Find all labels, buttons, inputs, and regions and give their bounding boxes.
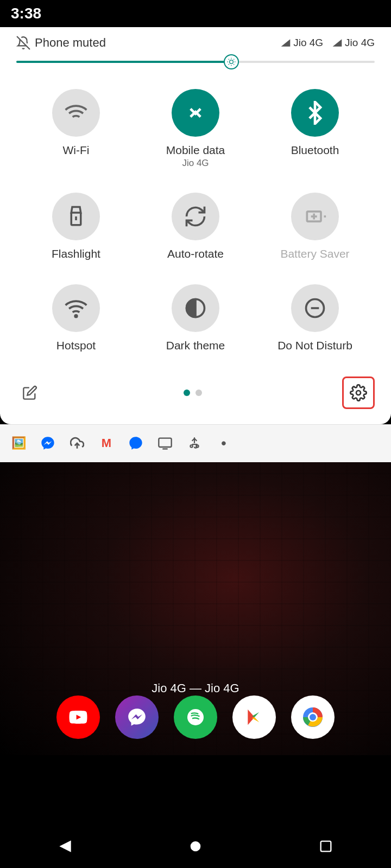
chrome-icon	[302, 706, 324, 728]
tile-wifi[interactable]: Wi-Fi	[16, 78, 136, 182]
youtube-icon	[68, 707, 88, 727]
svg-line-11	[234, 59, 234, 60]
notif-icon-fbmessenger[interactable]	[126, 433, 146, 453]
status-time: 3:38	[11, 5, 41, 22]
notif-dot: •	[214, 433, 234, 453]
mobile-data-label: Mobile data	[166, 143, 225, 157]
recents-button[interactable]	[310, 830, 342, 863]
tile-mobile-data[interactable]: Mobile data Jio 4G	[136, 78, 255, 182]
auto-rotate-icon-circle	[172, 193, 219, 240]
svg-marker-1	[281, 39, 291, 46]
do-not-disturb-label: Do Not Disturb	[278, 339, 352, 352]
bluetooth-icon	[303, 101, 327, 125]
screen-icon	[157, 436, 173, 451]
phone-muted-label: Phone muted	[35, 36, 106, 50]
mobile-data-icon-circle	[172, 89, 219, 137]
notif-icon-usb[interactable]	[185, 433, 204, 453]
brightness-slider[interactable]	[16, 61, 375, 63]
mobile-data-icon	[184, 101, 207, 125]
flashlight-label: Flashlight	[52, 247, 100, 260]
app-chrome[interactable]	[291, 695, 335, 739]
svg-point-26	[190, 445, 192, 447]
dark-theme-icon-circle	[172, 284, 219, 332]
bluetooth-label: Bluetooth	[291, 143, 339, 157]
signal-1: Jio 4G	[280, 37, 323, 49]
edit-button[interactable]	[16, 379, 43, 406]
flashlight-icon-circle	[52, 193, 100, 240]
brightness-thumb[interactable]	[224, 54, 239, 69]
usb-icon	[187, 436, 201, 450]
brightness-slider-row[interactable]	[16, 61, 375, 63]
signal1-icon	[280, 37, 291, 48]
back-button[interactable]	[49, 830, 81, 863]
wifi-icon-circle	[52, 89, 100, 137]
settings-button[interactable]	[342, 376, 375, 409]
signal2-label: Jio 4G	[345, 37, 375, 49]
svg-point-27	[196, 445, 198, 447]
svg-point-3	[230, 60, 234, 64]
do-not-disturb-icon	[303, 296, 327, 320]
notif-icon-upload[interactable]	[67, 433, 87, 453]
tile-dark-theme[interactable]: Dark theme	[136, 273, 255, 365]
svg-point-18	[75, 315, 77, 317]
notif-icon-messenger[interactable]	[38, 433, 58, 453]
flashlight-icon	[65, 205, 87, 228]
app-spotify[interactable]	[174, 695, 217, 739]
dark-theme-label: Dark theme	[166, 339, 225, 352]
app-play[interactable]	[232, 695, 276, 739]
navigation-bar	[0, 825, 391, 868]
svg-line-7	[234, 64, 234, 65]
tile-do-not-disturb[interactable]: Do Not Disturb	[255, 273, 375, 365]
svg-marker-33	[59, 840, 71, 852]
svg-line-6	[229, 59, 229, 60]
notification-bar: 🖼️ M •	[0, 424, 391, 462]
edit-icon	[22, 385, 37, 400]
tile-battery-saver[interactable]: Battery Saver	[255, 182, 375, 273]
app-youtube[interactable]	[56, 695, 100, 739]
wifi-label: Wi-Fi	[63, 143, 90, 157]
messenger-app-icon	[127, 707, 147, 727]
mobile-data-sublabel: Jio 4G	[182, 158, 209, 169]
app-messenger[interactable]	[115, 695, 159, 739]
svg-line-0	[17, 36, 30, 49]
svg-point-34	[191, 841, 201, 852]
notif-icon-gallery[interactable]: 🖼️	[9, 433, 28, 453]
notif-icon-gmail[interactable]: M	[97, 433, 116, 453]
svg-point-22	[356, 391, 361, 395]
qs-bottom-bar	[16, 371, 375, 411]
hotspot-icon-circle	[52, 284, 100, 332]
do-not-disturb-icon-circle	[291, 284, 339, 332]
spotify-icon	[186, 707, 205, 727]
hotspot-icon	[64, 296, 88, 320]
qs-header: Phone muted Jio 4G Jio 4G	[16, 36, 375, 50]
recents-icon	[318, 839, 333, 854]
back-icon	[56, 838, 74, 855]
svg-rect-35	[321, 841, 331, 852]
signal-2: Jio 4G	[332, 37, 375, 49]
svg-line-10	[229, 64, 229, 65]
signal2-icon	[332, 37, 343, 48]
auto-rotate-label: Auto-rotate	[167, 247, 224, 260]
tile-hotspot[interactable]: Hotspot	[16, 273, 136, 365]
battery-saver-label: Battery Saver	[280, 247, 349, 260]
signal1-label: Jio 4G	[293, 37, 323, 49]
svg-rect-24	[159, 438, 171, 447]
tile-auto-rotate[interactable]: Auto-rotate	[136, 182, 255, 273]
messenger-icon	[40, 436, 55, 451]
home-icon	[187, 838, 204, 855]
network-label: Jio 4G — Jio 4G	[0, 681, 391, 695]
tile-bluetooth[interactable]: Bluetooth	[255, 78, 375, 182]
auto-rotate-icon	[184, 205, 207, 228]
battery-saver-icon	[303, 205, 327, 228]
tile-flashlight[interactable]: Flashlight	[16, 182, 136, 273]
play-icon	[243, 706, 265, 728]
notif-icon-screen[interactable]	[155, 433, 175, 453]
hotspot-label: Hotspot	[56, 339, 96, 352]
quick-tiles-grid: Wi-Fi Mobile data Jio 4G Bluetooth	[16, 78, 375, 366]
svg-marker-2	[333, 39, 342, 46]
status-bar: 3:38	[0, 0, 391, 27]
home-button[interactable]	[179, 830, 212, 863]
dot-1	[184, 390, 190, 396]
muted-bell-icon	[16, 36, 30, 50]
brightness-sun-icon	[227, 58, 236, 66]
